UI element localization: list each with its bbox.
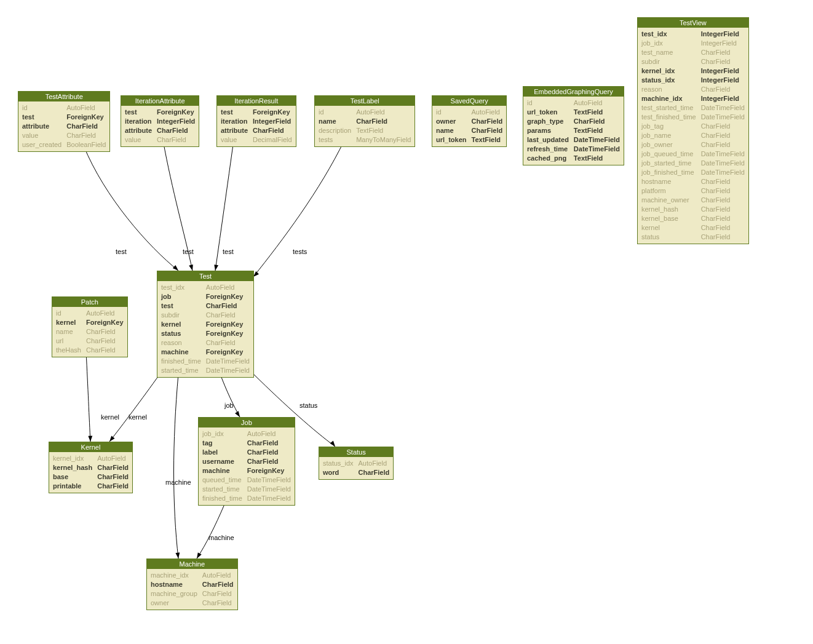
field-type: TextField bbox=[574, 126, 620, 135]
field-type: CharField bbox=[66, 122, 106, 130]
field-name: started_time bbox=[161, 366, 201, 375]
field-type: CharField bbox=[247, 448, 291, 456]
field-type: ForeignKey bbox=[86, 318, 124, 327]
entity-title: TestLabel bbox=[315, 96, 414, 106]
field-type: ForeignKey bbox=[206, 329, 250, 338]
entity-title: Patch bbox=[52, 297, 127, 307]
field-type: CharField bbox=[701, 57, 745, 66]
field-name: test_idx bbox=[641, 30, 696, 38]
field-type: CharField bbox=[701, 48, 745, 57]
field-name: machine bbox=[202, 466, 242, 475]
field-name: id bbox=[527, 98, 569, 107]
field-name: job_owner bbox=[641, 140, 696, 149]
field-name: iteration bbox=[125, 117, 152, 125]
field-type: AutoField bbox=[206, 283, 250, 292]
entity-title: Status bbox=[319, 447, 393, 457]
field-name: user_created bbox=[22, 140, 61, 149]
field-type: DateTimeField bbox=[206, 357, 250, 365]
entity-body: machine_idxAutoFieldhostnameCharFieldmac… bbox=[147, 569, 237, 610]
field-name: value bbox=[221, 135, 248, 144]
field-type: ForeignKey bbox=[253, 108, 292, 116]
svg-marker-8 bbox=[175, 552, 180, 559]
svg-marker-4 bbox=[88, 436, 92, 442]
field-name: job_idx bbox=[641, 39, 696, 47]
field-type: CharField bbox=[202, 580, 234, 589]
field-type: DateTimeField bbox=[701, 103, 745, 112]
field-name: url bbox=[56, 336, 81, 345]
svg-marker-0 bbox=[173, 265, 178, 271]
field-type: AutoField bbox=[472, 108, 503, 116]
field-type: ForeignKey bbox=[206, 292, 250, 301]
field-name: test bbox=[221, 108, 248, 116]
field-name: owner bbox=[436, 117, 467, 125]
field-name: job_finished_time bbox=[641, 168, 696, 177]
edge-e_t_mc bbox=[174, 374, 180, 559]
field-name: hostname bbox=[151, 580, 197, 589]
entity-title: EmbeddedGraphingQuery bbox=[523, 87, 624, 97]
field-name: machine_owner bbox=[641, 196, 696, 204]
edge-label: machine bbox=[208, 534, 234, 541]
field-name: test_idx bbox=[161, 283, 201, 292]
entity-saved_query: SavedQueryidAutoFieldownerCharFieldnameC… bbox=[432, 95, 507, 147]
edge-label: test bbox=[183, 248, 194, 255]
field-type: CharField bbox=[574, 117, 620, 125]
field-type: AutoField bbox=[202, 571, 234, 579]
field-type: CharField bbox=[202, 589, 234, 598]
field-type: CharField bbox=[359, 468, 390, 477]
field-name: params bbox=[527, 126, 569, 135]
field-type: CharField bbox=[472, 126, 503, 135]
field-name: test_name bbox=[641, 48, 696, 57]
field-name: url_token bbox=[436, 135, 467, 144]
entity-title: IterationResult bbox=[217, 96, 296, 106]
field-name: started_time bbox=[202, 485, 242, 493]
field-type: DateTimeField bbox=[701, 159, 745, 167]
edge-label: kernel bbox=[129, 413, 147, 421]
field-type: CharField bbox=[97, 472, 129, 481]
field-type: AutoField bbox=[86, 309, 124, 317]
field-type: BooleanField bbox=[66, 140, 106, 149]
field-type: DateTimeField bbox=[247, 494, 291, 503]
field-type: ForeignKey bbox=[206, 320, 250, 328]
entity-body: status_idxAutoFieldwordCharField bbox=[319, 457, 393, 479]
entity-job: Jobjob_idxAutoFieldtagCharFieldlabelChar… bbox=[198, 417, 295, 506]
field-name: job bbox=[161, 292, 201, 301]
field-type: CharField bbox=[97, 482, 129, 490]
field-type: CharField bbox=[86, 336, 124, 345]
field-name: last_updated bbox=[527, 135, 569, 144]
entity-embedded_graphing_query: EmbeddedGraphingQueryidAutoFieldurl_toke… bbox=[523, 86, 624, 165]
field-name: kernel_hash bbox=[53, 463, 92, 472]
field-name: status_idx bbox=[323, 459, 354, 467]
entity-body: idAutoFieldurl_tokenTextFieldgraph_typeC… bbox=[523, 97, 624, 165]
entity-title: Kernel bbox=[49, 442, 132, 452]
field-type: DateTimeField bbox=[247, 475, 291, 484]
field-name: kernel bbox=[56, 318, 81, 327]
field-type: DateTimeField bbox=[701, 113, 745, 121]
entity-title: SavedQuery bbox=[432, 96, 506, 106]
field-name: iteration bbox=[221, 117, 248, 125]
field-name: graph_type bbox=[527, 117, 569, 125]
entity-patch: PatchidAutoFieldkernelForeignKeynameChar… bbox=[52, 296, 128, 357]
field-name: reason bbox=[161, 338, 201, 347]
field-name: test bbox=[161, 301, 201, 310]
field-type: DateTimeField bbox=[206, 366, 250, 375]
field-type: AutoField bbox=[359, 459, 390, 467]
field-name: id bbox=[56, 309, 81, 317]
field-name: printable bbox=[53, 482, 92, 490]
field-name: queued_time bbox=[202, 475, 242, 484]
edge-label: kernel bbox=[101, 413, 119, 421]
field-name: name bbox=[319, 117, 351, 125]
field-type: IntegerField bbox=[253, 117, 292, 125]
entity-test_view: TestViewtest_idxIntegerFieldjob_idxInteg… bbox=[637, 17, 749, 244]
field-name: username bbox=[202, 457, 242, 466]
field-type: TextField bbox=[472, 135, 503, 144]
field-name: theHash bbox=[56, 346, 81, 354]
field-type: ForeignKey bbox=[66, 113, 106, 121]
edge-label: test bbox=[116, 248, 127, 255]
field-name: test_finished_time bbox=[641, 113, 696, 121]
field-type: DateTimeField bbox=[247, 485, 291, 493]
entity-title: Test bbox=[157, 271, 253, 281]
field-type: CharField bbox=[701, 131, 745, 140]
field-name: kernel_idx bbox=[53, 454, 92, 463]
svg-marker-1 bbox=[189, 264, 193, 271]
entity-body: idAutoFieldtestForeignKeyattributeCharFi… bbox=[18, 101, 109, 151]
